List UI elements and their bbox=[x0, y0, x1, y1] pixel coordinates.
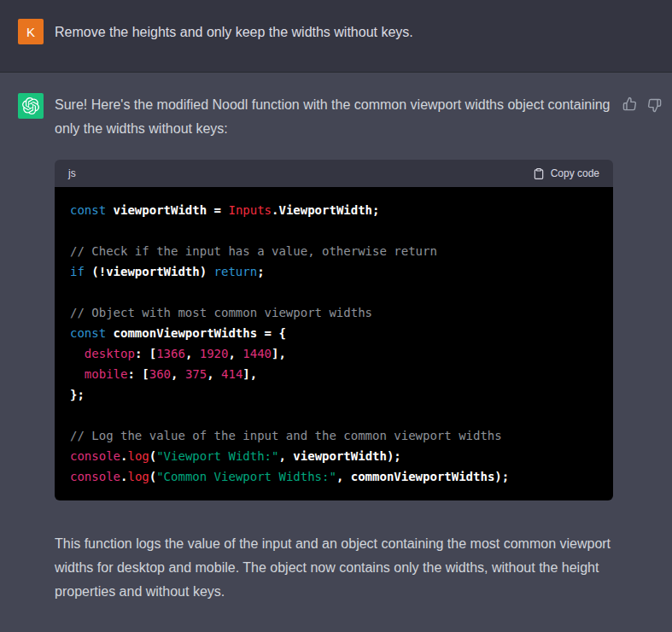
code-line: const viewportWidth = Inputs.ViewportWid… bbox=[70, 200, 598, 220]
assistant-outro-text: This function logs the value of the inpu… bbox=[55, 532, 613, 604]
copy-code-label: Copy code bbox=[551, 167, 599, 179]
assistant-message-content: Sure! Here's the modified Noodl function… bbox=[55, 93, 613, 631]
user-message-content: Remove the heights and only keep the wid… bbox=[55, 19, 613, 44]
assistant-gutter bbox=[0, 93, 55, 631]
code-content: const viewportWidth = Inputs.ViewportWid… bbox=[55, 187, 613, 500]
assistant-actions bbox=[613, 93, 672, 631]
conversation: K Remove the heights and only keep the w… bbox=[0, 0, 672, 631]
openai-logo-icon bbox=[22, 97, 39, 114]
code-line: console.log("Common Viewport Widths:", c… bbox=[70, 466, 598, 487]
assistant-message-row: Sure! Here's the modified Noodl function… bbox=[0, 73, 672, 631]
assistant-avatar bbox=[18, 93, 44, 119]
assistant-intro-text: Sure! Here's the modified Noodl function… bbox=[55, 93, 613, 141]
code-block: js Copy code const viewportWidth = Input… bbox=[55, 160, 613, 500]
thumbs-down-button[interactable] bbox=[647, 98, 662, 113]
code-line bbox=[70, 282, 598, 302]
code-line: }; bbox=[70, 384, 598, 405]
code-line: // Check if the input has a value, other… bbox=[70, 241, 598, 261]
user-actions bbox=[613, 19, 672, 44]
user-avatar: K bbox=[18, 19, 44, 44]
code-line bbox=[70, 405, 598, 425]
code-block-header: js Copy code bbox=[55, 160, 613, 187]
code-language-label: js bbox=[68, 161, 76, 185]
code-line: // Object with most common viewport widt… bbox=[70, 302, 598, 323]
thumbs-up-button[interactable] bbox=[622, 97, 637, 111]
copy-code-button[interactable]: Copy code bbox=[533, 167, 599, 180]
thumbs-up-icon bbox=[622, 101, 637, 114]
code-line: // Log the value of the input and the co… bbox=[70, 425, 598, 446]
user-message-row: K Remove the heights and only keep the w… bbox=[0, 0, 672, 73]
clipboard-icon bbox=[533, 167, 545, 180]
code-line bbox=[70, 220, 598, 241]
code-line: console.log("Viewport Width:", viewportW… bbox=[70, 446, 598, 466]
thumbs-down-icon bbox=[647, 102, 662, 115]
code-line: desktop: [1366, 1920, 1440], bbox=[70, 343, 598, 364]
user-gutter: K bbox=[0, 19, 55, 44]
user-message-text: Remove the heights and only keep the wid… bbox=[55, 20, 613, 44]
code-line: mobile: [360, 375, 414], bbox=[70, 364, 598, 384]
code-line: const commonViewportWidths = { bbox=[70, 323, 598, 343]
code-line: if (!viewportWidth) return; bbox=[70, 261, 598, 282]
